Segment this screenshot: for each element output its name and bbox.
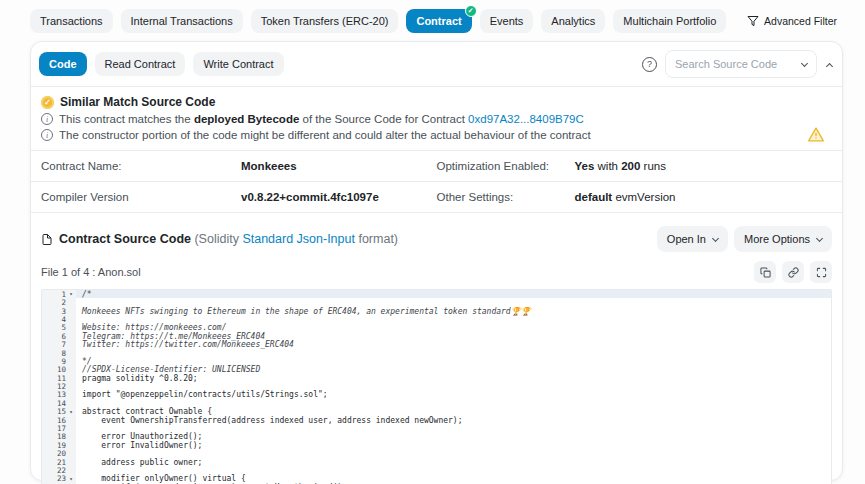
tab-read-contract[interactable]: Read Contract — [95, 52, 186, 76]
similar-match-section: ✓ Similar Match Source Code i This contr… — [31, 87, 842, 150]
optimization-label: Optimization Enabled: — [437, 160, 575, 172]
source-code-title: Contract Source Code (Solidity Standard … — [41, 232, 398, 246]
search-source-code-box[interactable] — [665, 50, 817, 78]
code-line: 16 event OwnershipTransferred(address in… — [42, 416, 831, 424]
contract-name-value: Monkeees — [241, 160, 297, 172]
more-options-button[interactable]: More Options — [734, 226, 832, 252]
tab-label: Multichain Portfolio — [623, 15, 716, 27]
line-number-gutter: 5 — [42, 324, 76, 332]
tab-write-contract[interactable]: Write Contract — [193, 52, 283, 76]
more-options-label: More Options — [744, 233, 810, 245]
tab-analytics[interactable]: Analytics — [541, 9, 605, 33]
code-lines: 1▾/*23Monkeees NFTs swinging to Ethereum… — [42, 290, 831, 484]
open-in-button[interactable]: Open In — [657, 226, 728, 252]
line-number-gutter: 1▾ — [42, 290, 76, 298]
tab-label: Read Contract — [105, 58, 176, 70]
verified-check-badge-icon: ✓ — [465, 5, 477, 17]
file-label: File 1 of 4 : Anon.sol — [41, 266, 141, 278]
file-row: File 1 of 4 : Anon.sol — [31, 257, 842, 289]
chevron-down-icon — [712, 235, 719, 242]
line-number-gutter: 2 — [42, 298, 76, 306]
compiler-version-cell: Compiler Version v0.8.22+commit.4fc1097e — [41, 191, 437, 203]
file-icon — [41, 233, 53, 246]
tab-code[interactable]: Code — [39, 52, 87, 76]
line-number-gutter: 3 — [42, 307, 76, 315]
source-code-header: Contract Source Code (Solidity Standard … — [31, 213, 842, 257]
code-line: 13import "@openzeppelin/contracts/utils/… — [42, 391, 831, 399]
code-line: 11pragma solidity ^0.8.20; — [42, 374, 831, 382]
collapse-section-button[interactable] — [825, 53, 834, 76]
help-icon[interactable]: ? — [642, 57, 657, 72]
tab-events[interactable]: Events — [480, 9, 534, 33]
search-area: ? — [642, 50, 834, 78]
code-fold-icon[interactable]: ▾ — [66, 476, 76, 482]
line-number-gutter: 8 — [42, 349, 76, 357]
code-text: error InvalidOwner(); — [76, 441, 831, 449]
other-settings-cell: Other Settings: default evmVersion — [437, 191, 833, 203]
line-number-gutter: 6 — [42, 332, 76, 340]
chevron-down-icon[interactable] — [801, 60, 808, 67]
tab-contract[interactable]: Contract✓ — [406, 9, 471, 33]
code-text — [76, 349, 831, 357]
code-text: pragma solidity ^0.8.20; — [76, 374, 831, 382]
expand-button[interactable] — [810, 261, 832, 283]
search-source-code-input[interactable] — [675, 58, 787, 70]
optimization-value: Yes with 200 runs — [575, 160, 666, 172]
similar-match-title-row: ✓ Similar Match Source Code — [41, 95, 832, 109]
funnel-icon — [747, 15, 759, 27]
code-line: 8 — [42, 349, 831, 357]
tab-label: Events — [490, 15, 524, 27]
code-subtab-row: CodeRead ContractWrite Contract ? — [31, 42, 842, 86]
contract-card: CodeRead ContractWrite Contract ? ✓ Simi… — [30, 41, 843, 481]
metadata-row-2: Compiler Version v0.8.22+commit.4fc1097e… — [31, 182, 842, 212]
tab-multichain-portfolio[interactable]: Multichain Portfolio — [613, 9, 726, 33]
open-in-label: Open In — [667, 233, 706, 245]
line-number-gutter: 4 — [42, 315, 76, 323]
source-code-title-text: Contract Source Code (Solidity Standard … — [59, 232, 398, 246]
expand-icon — [816, 267, 827, 278]
tab-label: Token Transfers (ERC-20) — [261, 15, 389, 27]
link-icon — [788, 267, 799, 278]
compiler-version-label: Compiler Version — [41, 191, 241, 203]
inline-link[interactable]: Standard Json-Input — [242, 232, 355, 246]
contract-name-label: Contract Name: — [41, 160, 241, 172]
tab-label: Transactions — [40, 15, 103, 27]
chevron-up-icon — [826, 63, 833, 70]
similar-match-title: Similar Match Source Code — [60, 95, 215, 109]
code-fold-icon[interactable]: ▾ — [66, 291, 76, 297]
metadata-row-1: Contract Name: Monkeees Optimization Ena… — [31, 151, 842, 181]
source-code-editor[interactable]: 1▾/*23Monkeees NFTs swinging to Ethereum… — [41, 289, 832, 484]
copy-source-button[interactable] — [754, 261, 776, 283]
code-text: import "@openzeppelin/contracts/utils/St… — [76, 391, 831, 399]
compiler-version-value: v0.8.22+commit.4fc1097e — [241, 191, 379, 203]
similar-match-line-1-text: This contract matches the deployed Bytec… — [59, 113, 584, 125]
chevron-down-icon — [816, 235, 823, 242]
code-line: 7Twitter: https://twitter.com/Monkeees_E… — [42, 340, 831, 348]
tab-transactions[interactable]: Transactions — [30, 9, 113, 33]
code-line: 3Monkeees NFTs swinging to Ethereum in t… — [42, 307, 831, 315]
inline-link[interactable]: 0xd97A32...8409B79C — [468, 113, 584, 125]
tab-bar-items: TransactionsInternal TransactionsToken T… — [30, 9, 726, 33]
similar-match-line-2: i The constructor portion of the code mi… — [41, 129, 832, 141]
medal-icon: ✓ — [41, 96, 54, 109]
code-text: Twitter: https://twitter.com/Monkeees_ER… — [76, 340, 831, 348]
tab-token-transfers-erc-20-[interactable]: Token Transfers (ERC-20) — [251, 9, 399, 33]
other-settings-label: Other Settings: — [437, 191, 575, 203]
code-fold-icon[interactable]: ▾ — [66, 409, 76, 415]
code-text: Monkeees NFTs swinging to Ethereum in th… — [76, 307, 831, 315]
tab-label: Write Contract — [203, 58, 273, 70]
advanced-filter-button[interactable]: Advanced Filter — [741, 14, 843, 28]
code-line: 21 address public owner; — [42, 458, 831, 466]
permalink-button[interactable] — [782, 261, 804, 283]
code-text: event OwnershipTransferred(address index… — [76, 416, 831, 424]
tab-label: Code — [49, 58, 77, 70]
tab-label: Internal Transactions — [131, 15, 233, 27]
info-icon: i — [41, 113, 53, 125]
tab-internal-transactions[interactable]: Internal Transactions — [121, 9, 243, 33]
code-line: 19 error InvalidOwner(); — [42, 441, 831, 449]
similar-match-line-1: i This contract matches the deployed Byt… — [41, 113, 832, 125]
similar-match-line-2-text: The constructor portion of the code migh… — [59, 129, 591, 141]
code-subtab-items: CodeRead ContractWrite Contract — [39, 52, 284, 76]
file-action-icons — [754, 261, 832, 283]
warning-triangle-icon — [808, 127, 824, 142]
